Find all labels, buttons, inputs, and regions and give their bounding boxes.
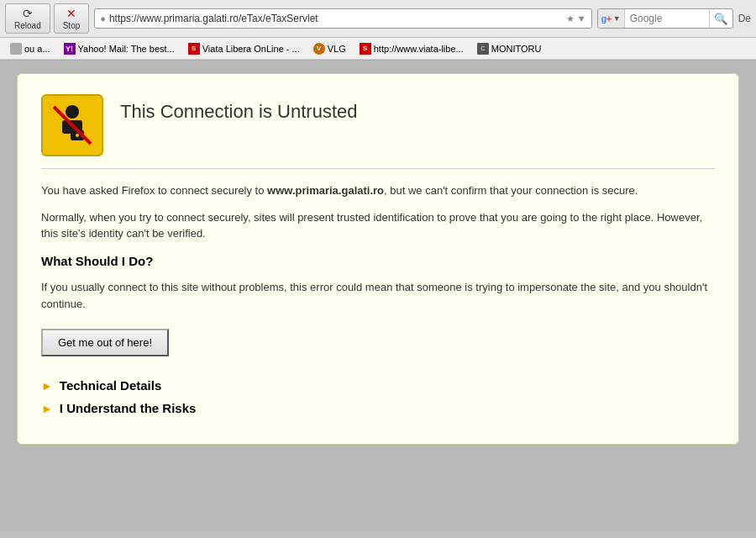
- google-search-icon[interactable]: g+ ▼: [598, 9, 625, 28]
- get-out-button[interactable]: Get me out of here!: [41, 329, 169, 356]
- warning-body: You have asked Firefox to connect secure…: [41, 182, 715, 370]
- bookmark-favicon-1: [10, 43, 22, 55]
- browser-chrome: ⟳ Reload ✕ Stop ● ★ ▼ g+ ▼ 🔍: [0, 0, 756, 61]
- search-input[interactable]: [625, 13, 709, 24]
- technical-details-item[interactable]: ► Technical Details: [41, 378, 715, 393]
- technical-details-arrow: ►: [41, 379, 53, 393]
- warning-icon: [41, 94, 103, 156]
- bookmark-label-1: ou a...: [24, 44, 50, 54]
- warning-paragraph-1: You have asked Firefox to connect secure…: [41, 182, 715, 199]
- search-bar: g+ ▼ 🔍: [597, 8, 733, 29]
- understand-risks-item[interactable]: ► I Understand the Risks: [41, 401, 715, 415]
- stop-label: Stop: [63, 21, 81, 30]
- bookmark-item-viata1[interactable]: S Viata Libera OnLine - ...: [183, 42, 305, 55]
- warning-domain: www.primaria.galati.ro: [267, 184, 384, 197]
- bookmark-label-viata2: http://www.viata-libe...: [374, 44, 464, 54]
- bookmark-item-vlg[interactable]: V VLG: [308, 42, 351, 55]
- bookmarks-bar: ou a... Y! Yahoo! Mail: The best... S Vi…: [0, 38, 756, 60]
- warning-paragraph-3: If you usually connect to this site with…: [41, 279, 715, 312]
- technical-details-label: Technical Details: [60, 378, 161, 393]
- warning-panel: This Connection is Untrusted You have as…: [17, 73, 739, 445]
- understand-risks-arrow: ►: [41, 402, 53, 415]
- nav-buttons: ⟳ Reload ✕ Stop: [5, 3, 89, 34]
- de-label: De: [738, 13, 751, 24]
- url-bar-container: ● ★ ▼: [94, 8, 591, 29]
- bookmark-favicon-viata2: S: [360, 43, 371, 55]
- what-should-heading: What Should I Do?: [41, 252, 715, 272]
- para1-pre: You have asked Firefox to connect secure…: [41, 184, 267, 197]
- bookmark-item-1[interactable]: ou a...: [5, 42, 55, 55]
- reload-button[interactable]: ⟳ Reload: [5, 3, 50, 34]
- url-lock-icon: ●: [100, 13, 106, 24]
- bookmark-item-monitor[interactable]: C MONITORU: [472, 42, 547, 55]
- toolbar: ⟳ Reload ✕ Stop ● ★ ▼ g+ ▼ 🔍: [0, 0, 756, 38]
- warning-title-container: This Connection is Untrusted: [120, 94, 357, 123]
- page-content: This Connection is Untrusted You have as…: [0, 61, 756, 531]
- search-dropdown-arrow: ▼: [613, 14, 621, 23]
- url-input[interactable]: [109, 13, 564, 24]
- search-button[interactable]: 🔍: [709, 9, 732, 28]
- stop-button[interactable]: ✕ Stop: [54, 3, 90, 34]
- warning-header: This Connection is Untrusted: [41, 94, 715, 169]
- bookmark-label-viata1: Viata Libera OnLine - ...: [202, 44, 300, 54]
- warning-paragraph-2: Normally, when you try to connect secure…: [41, 209, 715, 242]
- svg-point-0: [66, 105, 79, 119]
- bookmark-favicon-vlg: V: [313, 43, 325, 55]
- bookmark-favicon-yahoo: Y!: [64, 43, 76, 55]
- bookmark-label-vlg: VLG: [328, 44, 346, 54]
- bookmark-item-yahoo[interactable]: Y! Yahoo! Mail: The best...: [59, 42, 180, 55]
- bookmark-label-yahoo: Yahoo! Mail: The best...: [78, 44, 175, 54]
- para1-post: , but we can't confirm that your connect…: [384, 184, 638, 197]
- reload-label: Reload: [14, 21, 41, 30]
- url-star-icon[interactable]: ★: [566, 13, 575, 24]
- bookmark-item-viata2[interactable]: S http://www.viata-libe...: [354, 42, 469, 55]
- warning-title: This Connection is Untrusted: [120, 101, 357, 123]
- warning-icon-svg: [47, 100, 97, 150]
- url-dropdown-icon[interactable]: ▼: [577, 13, 586, 24]
- bookmark-favicon-viata1: S: [188, 43, 200, 55]
- reload-icon: ⟳: [23, 7, 33, 20]
- bookmark-favicon-monitor: C: [477, 43, 489, 55]
- bookmark-label-monitor: MONITORU: [491, 44, 542, 54]
- understand-risks-label: I Understand the Risks: [60, 401, 197, 415]
- stop-icon: ✕: [66, 7, 76, 20]
- svg-point-3: [76, 134, 79, 137]
